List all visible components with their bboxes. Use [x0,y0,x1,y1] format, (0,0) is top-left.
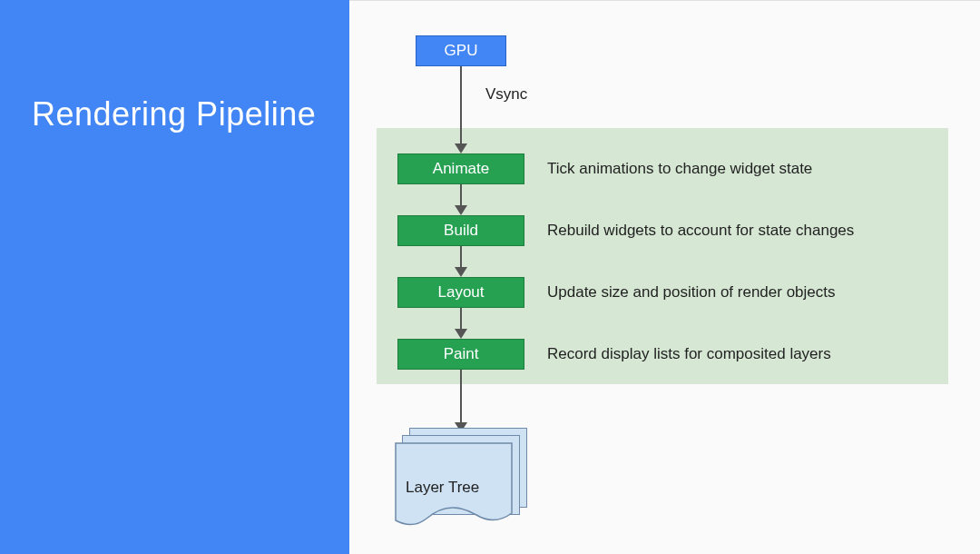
stage-box-paint: Paint [397,339,524,370]
arrowhead-icon [455,267,467,277]
stage-paint: Paint Record display lists for composite… [397,339,831,370]
sidebar: Rendering Pipeline [0,0,349,554]
arrowhead-icon [455,329,467,339]
stage-desc-layout: Update size and position of render objec… [547,283,836,302]
arrowhead-icon [455,143,467,153]
arrow-animate-to-build [460,184,462,205]
gpu-node: GPU [416,35,506,66]
stage-box-build: Build [397,215,524,246]
gpu-node-label: GPU [445,42,478,60]
diagram-canvas: GPU Vsync Animate Tick animations to cha… [349,0,980,554]
arrowhead-icon [455,205,467,215]
stage-desc-paint: Record display lists for composited laye… [547,345,831,363]
stage-desc-animate: Tick animations to change widget state [547,160,812,178]
stage-box-animate: Animate [397,153,524,184]
stage-label: Layout [437,283,484,302]
arrow-paint-to-layertree [460,370,462,422]
stage-desc-build: Rebuild widgets to account for state cha… [547,222,854,240]
stage-build: Build Rebuild widgets to account for sta… [397,215,854,246]
layer-tree-label: Layer Tree [406,479,479,497]
arrow-gpu-to-animate [460,66,462,143]
layer-tree-node: Layer Tree [395,428,526,528]
stage-label: Animate [433,160,489,178]
arrow-build-to-layout [460,246,462,267]
stage-label: Build [444,222,478,240]
stage-box-layout: Layout [397,277,524,308]
stage-label: Paint [444,345,479,363]
stage-layout: Layout Update size and position of rende… [397,277,836,308]
slide-title: Rendering Pipeline [32,95,349,134]
arrow-layout-to-paint [460,308,462,329]
stage-animate: Animate Tick animations to change widget… [397,153,812,184]
vsync-edge-label: Vsync [485,85,527,104]
